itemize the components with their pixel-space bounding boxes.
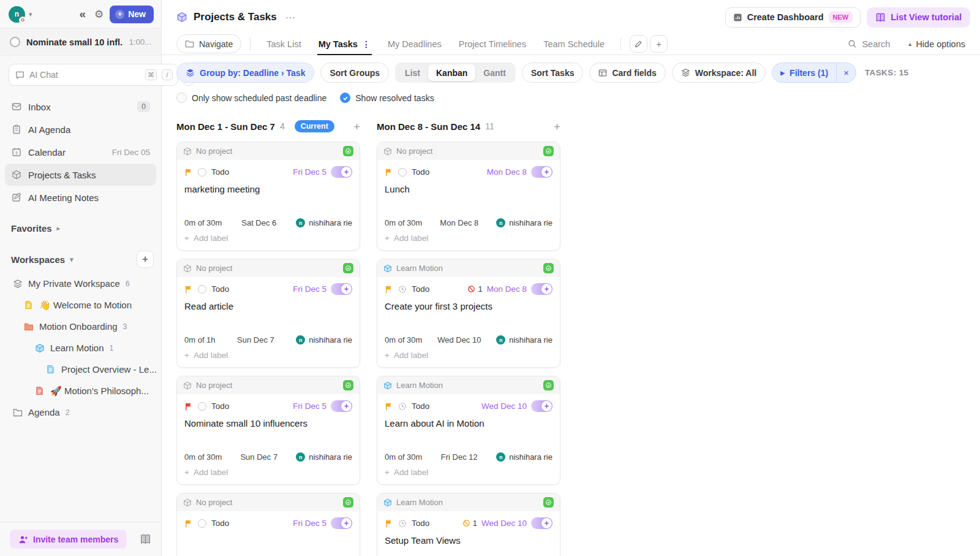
sort-groups-button[interactable]: Sort Groups	[320, 63, 389, 83]
add-label-button[interactable]: + Add label	[177, 462, 360, 484]
on-track-indicator-icon	[543, 146, 554, 156]
sidebar-item-inbox[interactable]: Inbox 0	[5, 96, 156, 118]
project-cube-icon	[383, 147, 392, 156]
scheduled-clock-icon[interactable]	[398, 285, 407, 294]
invite-team-members-button[interactable]: Invite team members	[10, 530, 127, 549]
sidebar-item-ai-agenda[interactable]: AI Agenda	[5, 118, 156, 140]
task-card-partial[interactable]: Learn Motion Todo 1 Wed Dec 10	[377, 493, 560, 556]
view-mode-kanban[interactable]: Kanban	[428, 64, 475, 81]
settings-gear-icon[interactable]: ⚙	[92, 7, 106, 22]
add-label-button[interactable]: + Add label	[177, 345, 360, 367]
tab-menu-icon[interactable]: ⋮	[362, 39, 371, 49]
add-view-button[interactable]: +	[650, 35, 668, 53]
clear-filters-button[interactable]: ×	[836, 63, 856, 82]
past-deadline-checkbox[interactable]: Only show scheduled past deadline	[176, 93, 326, 103]
task-card[interactable]: No project Todo Fri Dec 5 Nominate small…	[176, 376, 360, 485]
workspaces-header[interactable]: Workspaces ▾ +	[0, 237, 161, 273]
current-week-badge: Current	[295, 120, 334, 132]
tab-project-timelines[interactable]: Project Timelines	[451, 33, 533, 55]
tree-item-agenda-folder[interactable]: Agenda 2	[0, 402, 161, 423]
search-button[interactable]: Search	[848, 39, 890, 49]
ai-chat-input[interactable]	[29, 70, 140, 80]
tree-item-welcome-doc[interactable]: 👋 Welcome to Motion	[0, 294, 161, 316]
scheduled-clock-icon[interactable]	[398, 519, 407, 528]
doc-blue-icon	[45, 365, 56, 374]
autoschedule-toggle[interactable]	[531, 517, 552, 529]
sort-tasks-button[interactable]: Sort Tasks	[522, 63, 584, 83]
autoschedule-toggle[interactable]	[531, 166, 552, 178]
add-label-button[interactable]: + Add label	[377, 462, 560, 484]
task-card[interactable]: No project Todo Fri Dec 5 marketing meet…	[176, 142, 360, 251]
status-circle-icon[interactable]	[198, 168, 206, 177]
tree-item-learn-motion[interactable]: Learn Motion 1	[0, 337, 161, 359]
task-card-partial[interactable]: No project Todo Fri Dec 5	[176, 493, 360, 556]
filters-button[interactable]: ▶ Filters (1) ×	[772, 63, 856, 83]
autoschedule-toggle[interactable]	[331, 400, 352, 412]
task-card[interactable]: No project Todo Mon Dec 8 Lunch	[377, 142, 560, 251]
sidebar-item-ai-meeting-notes[interactable]: AI Meeting Notes	[5, 186, 156, 208]
page-menu-icon[interactable]: ⋯	[285, 12, 296, 23]
user-avatar[interactable]: n G	[9, 6, 25, 23]
add-task-icon[interactable]: +	[353, 121, 360, 132]
sidebar-item-calendar[interactable]: 5 Calendar Fri Dec 05	[5, 141, 156, 163]
autoschedule-toggle[interactable]	[531, 400, 552, 412]
deadline-label: Wed Dec 10	[481, 519, 527, 528]
tab-task-list[interactable]: Task List	[259, 33, 308, 55]
task-checkbox-icon[interactable]	[10, 37, 20, 47]
plus-icon: +	[385, 234, 390, 243]
current-task-row[interactable]: Nominate small 10 infl... 1:00...	[0, 28, 161, 56]
status-circle-icon[interactable]	[198, 402, 206, 411]
sparkle-icon	[344, 286, 349, 292]
autoschedule-toggle[interactable]	[531, 283, 552, 295]
blocked-by-indicator[interactable]: 1	[467, 284, 482, 294]
tree-item-project-overview-doc[interactable]: Project Overview - Le...	[0, 359, 161, 380]
edit-view-button[interactable]	[630, 35, 647, 53]
ai-chat-box[interactable]: ⌘ /	[9, 64, 178, 86]
add-workspace-button[interactable]: +	[137, 251, 154, 268]
status-circle-icon[interactable]	[198, 285, 206, 294]
autoschedule-toggle[interactable]	[331, 283, 352, 295]
group-by-button[interactable]: Group by: Deadline › Task	[176, 63, 314, 83]
autoschedule-toggle[interactable]	[331, 517, 352, 529]
doc-red-icon	[34, 386, 45, 395]
autoschedule-toggle[interactable]	[331, 166, 352, 178]
tasks-count-label: TASKS: 15	[865, 68, 909, 77]
show-resolved-checkbox[interactable]: Show resolved tasks	[340, 93, 434, 103]
tab-my-tasks[interactable]: My Tasks ⋮	[311, 33, 378, 55]
add-label-button[interactable]: + Add label	[377, 345, 560, 367]
ai-chat-row: ⌘ /	[0, 56, 161, 92]
view-mode-gantt[interactable]: Gantt	[475, 64, 514, 81]
tree-item-motions-philosophy-doc[interactable]: 🚀 Motion's Philosoph...	[0, 380, 161, 402]
folder-gray-icon	[12, 408, 23, 417]
account-menu-caret-icon[interactable]: ▾	[29, 10, 32, 18]
new-button[interactable]: + New	[110, 6, 154, 23]
tab-team-schedule[interactable]: Team Schedule	[536, 33, 612, 55]
task-card[interactable]: No project Todo Fri Dec 5 Read article	[176, 259, 360, 368]
card-fields-button[interactable]: Card fields	[589, 63, 665, 83]
collapse-sidebar-icon[interactable]: «	[77, 6, 88, 22]
task-card[interactable]: Learn Motion Todo 1 Mon Dec 8	[377, 259, 560, 368]
add-task-icon[interactable]: +	[554, 121, 560, 132]
view-mode-list[interactable]: List	[397, 64, 428, 81]
hide-options-button[interactable]: ▴ Hide options	[908, 39, 965, 49]
sidebar-item-projects-tasks[interactable]: Projects & Tasks	[5, 164, 156, 186]
checkbox-unchecked-icon[interactable]	[176, 93, 187, 103]
list-view-tutorial-button[interactable]: List View tutorial	[867, 7, 970, 28]
add-label-button[interactable]: + Add label	[177, 227, 360, 250]
add-label-button[interactable]: + Add label	[377, 227, 560, 250]
tab-my-deadlines[interactable]: My Deadlines	[380, 33, 449, 55]
status-circle-icon[interactable]	[398, 168, 407, 177]
blocking-indicator[interactable]: 1	[462, 519, 477, 528]
help-book-icon[interactable]	[140, 533, 151, 545]
task-card[interactable]: Learn Motion Todo Wed Dec 10 Learn about…	[377, 376, 560, 485]
project-name: Learn Motion	[396, 264, 539, 273]
checkbox-checked-icon[interactable]	[340, 93, 350, 103]
navigate-button[interactable]: Navigate	[176, 34, 241, 53]
tree-item-private-workspace[interactable]: My Private Workspace 6	[0, 273, 161, 294]
scheduled-clock-icon[interactable]	[398, 402, 407, 411]
favorites-header[interactable]: Favorites ▸	[0, 212, 161, 237]
status-circle-icon[interactable]	[198, 519, 206, 528]
create-dashboard-button[interactable]: Create Dashboard NEW	[725, 7, 861, 28]
tree-item-motion-onboarding[interactable]: Motion Onboarding 3	[0, 316, 161, 337]
workspace-filter-button[interactable]: Workspace: All	[672, 63, 766, 83]
